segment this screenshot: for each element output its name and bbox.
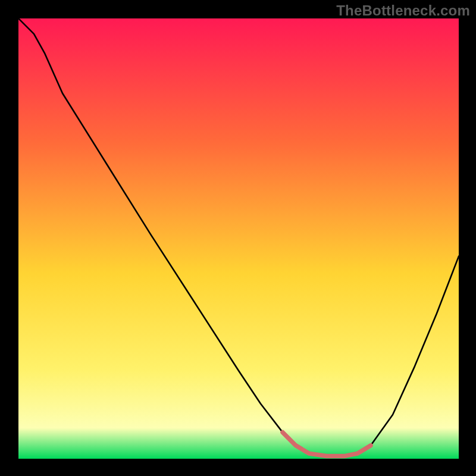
watermark-text: TheBottleneck.com: [336, 2, 470, 19]
chart-container: TheBottleneck.com: [0, 0, 476, 476]
bottleneck-chart: [18, 18, 459, 459]
gradient-background: [18, 18, 459, 459]
